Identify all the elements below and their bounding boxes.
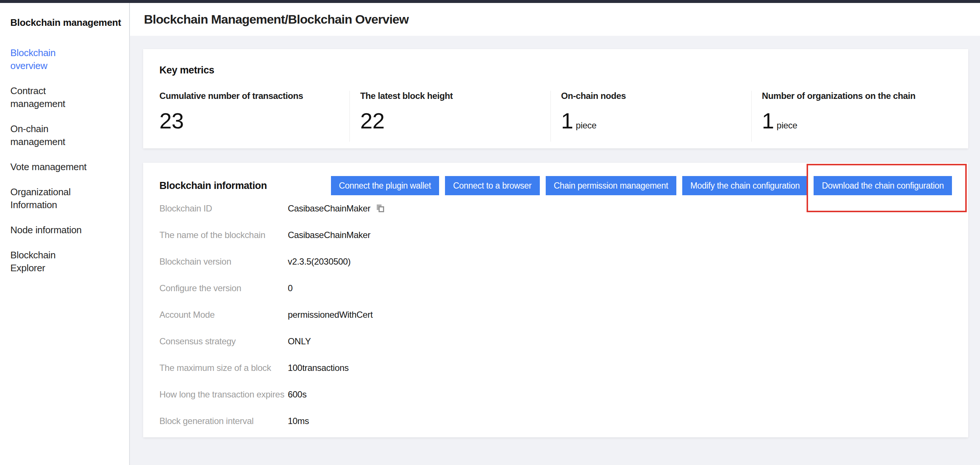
metric-label: The latest block height (360, 91, 550, 101)
connect-to-browser-button[interactable]: Connect to a browser (445, 176, 540, 195)
field-label: Consensus strategy (159, 336, 288, 347)
sidebar: Blockchain management Blockchain overvie… (0, 3, 130, 465)
metric-value: 22 (360, 109, 385, 133)
metric-latest-block-height: The latest block height 22 (349, 91, 550, 142)
metric-organizations-on-chain: Number of organizations on the chain 1 p… (751, 91, 952, 142)
field-label: The name of the blockchain (159, 230, 288, 240)
main-area: Blockchain Management/Blockchain Overvie… (130, 3, 980, 465)
metric-value: 1 (561, 109, 573, 133)
copy-icon[interactable] (375, 204, 386, 214)
top-bar (0, 0, 980, 3)
key-metrics-card: Key metrics Cumulative number of transac… (143, 49, 968, 148)
sidebar-item-vote-management[interactable]: Vote management (10, 161, 120, 174)
sidebar-item-node-information[interactable]: Node information (10, 224, 120, 237)
content-area: Key metrics Cumulative number of transac… (130, 36, 980, 465)
field-label: Account Mode (159, 310, 288, 320)
sidebar-item-blockchain-explorer[interactable]: Blockchain Explorer (10, 249, 120, 275)
metric-unit: piece (777, 120, 797, 131)
metric-label: On-chain nodes (561, 91, 751, 101)
sidebar-title: Blockchain management (10, 17, 120, 29)
field-row-transaction-expiry: How long the transaction expires 600s (159, 381, 952, 408)
field-value: 100transactions (288, 363, 349, 373)
field-value: CasibaseChainMaker (288, 203, 371, 214)
metric-label: Cumulative number of transactions (159, 91, 349, 101)
field-value: v2.3.5(2030500) (288, 256, 350, 267)
field-value: 10ms (288, 416, 309, 426)
field-label: How long the transaction expires (159, 389, 288, 400)
field-row-consensus-strategy: Consensus strategy ONLY (159, 328, 952, 355)
chain-permission-management-button[interactable]: Chain permission management (546, 176, 676, 195)
app-shell: Blockchain management Blockchain overvie… (0, 3, 980, 465)
metric-on-chain-nodes: On-chain nodes 1 piece (550, 91, 751, 142)
field-row-configure-version: Configure the version 0 (159, 275, 952, 301)
blockchain-info-heading: Blockchain information (159, 180, 285, 191)
connect-plugin-wallet-button[interactable]: Connect the plugin wallet (331, 176, 439, 195)
sidebar-item-contract-management[interactable]: Contract management (10, 84, 120, 110)
field-label: Configure the version (159, 283, 288, 293)
metrics-row: Cumulative number of transactions 23 The… (159, 91, 952, 142)
metric-label: Number of organizations on the chain (762, 91, 952, 101)
field-value: 0 (288, 283, 293, 293)
field-row-block-generation-interval: Block generation interval 10ms (159, 408, 952, 435)
metric-value: 23 (159, 109, 184, 133)
field-row-account-mode: Account Mode permissionedWithCert (159, 301, 952, 328)
field-value: 600s (288, 389, 307, 400)
blockchain-info-fields: Blockchain ID CasibaseChainMaker (159, 195, 952, 435)
sidebar-item-on-chain-management[interactable]: On-chain management (10, 123, 120, 148)
field-row-max-block-size: The maximum size of a block 100transacti… (159, 355, 952, 381)
field-value: CasibaseChainMaker (288, 230, 371, 240)
field-row-blockchain-name: The name of the blockchain CasibaseChain… (159, 222, 952, 248)
modify-chain-configuration-button[interactable]: Modify the chain configuration (682, 176, 808, 195)
download-chain-configuration-button[interactable]: Download the chain configuration (814, 176, 952, 195)
field-row-blockchain-id: Blockchain ID CasibaseChainMaker (159, 195, 952, 222)
breadcrumb: Blockchain Management/Blockchain Overvie… (144, 12, 409, 27)
metric-unit: piece (576, 120, 597, 131)
sidebar-nav: Blockchain overview Contract management … (10, 46, 120, 275)
blockchain-info-header: Blockchain information Connect the plugi… (159, 176, 952, 195)
sidebar-item-blockchain-overview[interactable]: Blockchain overview (10, 46, 120, 72)
field-label: The maximum size of a block (159, 363, 288, 373)
field-label: Blockchain ID (159, 203, 288, 214)
sidebar-item-organizational-information[interactable]: Organizational Information (10, 186, 120, 212)
metric-cumulative-transactions: Cumulative number of transactions 23 (159, 91, 349, 142)
field-value: permissionedWithCert (288, 310, 373, 320)
blockchain-information-card: Blockchain information Connect the plugi… (143, 163, 968, 437)
action-buttons: Connect the plugin wallet Connect to a b… (331, 176, 952, 195)
field-row-blockchain-version: Blockchain version v2.3.5(2030500) (159, 248, 952, 275)
page-header: Blockchain Management/Blockchain Overvie… (130, 3, 980, 36)
field-label: Blockchain version (159, 256, 288, 267)
metric-value: 1 (762, 109, 774, 133)
field-value: ONLY (288, 336, 311, 347)
key-metrics-heading: Key metrics (159, 65, 952, 76)
field-label: Block generation interval (159, 416, 288, 426)
